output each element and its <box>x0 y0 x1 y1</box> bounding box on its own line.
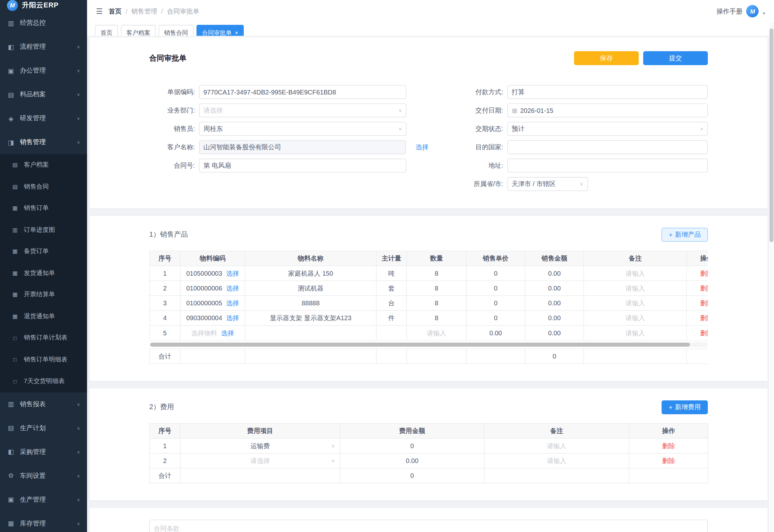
delete-row-link[interactable]: 删除 <box>700 299 708 307</box>
delivery-date-picker[interactable]: ▦ 2026-01-15 <box>507 103 708 117</box>
col-material-code: 物料编码 <box>180 251 245 266</box>
tab-customer-archives[interactable]: 客户档案 <box>121 25 156 36</box>
main-area: ☰ 首页 / 销售管理 / 合同审批单 操作手册 M ▾ 首页 客户档案 销 <box>87 0 774 532</box>
fee-item-select[interactable]: 运输费 ∨ <box>180 438 340 453</box>
sidebar-item-label: 退货通知单 <box>24 312 55 320</box>
doc-code-field[interactable] <box>199 85 406 99</box>
sidebar-sub-customer-archives[interactable]: ▤ 客户档案 <box>0 154 87 176</box>
breadcrumb-sales-mgmt[interactable]: 销售管理 <box>131 7 157 16</box>
remark-cell[interactable]: 请输入 <box>584 326 687 340</box>
remark-cell[interactable]: 请输入 <box>584 266 687 281</box>
collapse-menu-icon[interactable]: ☰ <box>96 7 103 16</box>
sidebar-item-office-mgmt[interactable]: ▣ 办公管理 ∨ <box>0 59 87 83</box>
sidebar-item-material-archives[interactable]: ▤ 料品档案 ∨ <box>0 83 87 106</box>
dest-country-field[interactable] <box>507 140 708 154</box>
sidebar-sub-7day-delivery-detail[interactable]: □ 7天交货明细表 <box>0 370 87 392</box>
total-label-cell: 合计 <box>149 349 180 364</box>
chevron-down-icon: ∨ <box>77 92 80 97</box>
sidebar-sub-invoice-settlement[interactable]: ▦ 开票结算单 <box>0 284 87 306</box>
sidebar-item-sales-mgmt[interactable]: ◨ 销售管理 ∧ <box>0 130 87 154</box>
price-cell[interactable]: 0 <box>466 281 525 296</box>
tab-home[interactable]: 首页 <box>95 25 118 36</box>
grid-icon: ▦ <box>11 205 19 212</box>
chevron-down-icon[interactable]: ▾ <box>763 11 765 15</box>
remark-cell[interactable]: 请输入 <box>584 281 687 296</box>
empty-cell <box>629 468 708 483</box>
choose-material-link[interactable]: 选择 <box>226 284 239 293</box>
choose-material-link[interactable]: 选择 <box>221 329 234 338</box>
remark-cell[interactable]: 请输入 <box>484 438 629 453</box>
price-cell[interactable]: 0 <box>466 296 525 310</box>
sidebar-item-production-plan[interactable]: ▤ 生产计划 ∨ <box>0 416 87 440</box>
fee-amount-cell[interactable]: 0 <box>340 438 484 453</box>
empty-cell <box>245 349 376 364</box>
delete-row-link[interactable]: 删除 <box>700 284 708 291</box>
fee-amount-cell[interactable]: 0.00 <box>340 453 484 468</box>
price-cell[interactable]: 0.00 <box>466 326 525 340</box>
sidebar-item-process-mgmt[interactable]: ◧ 流程管理 ∨ <box>0 35 87 59</box>
submit-button[interactable]: 提交 <box>643 51 708 65</box>
sidebar-item-dashboard[interactable]: ▥ 经营总控 <box>0 11 87 35</box>
choose-material-link[interactable]: 选择 <box>226 313 239 322</box>
qty-cell[interactable]: 8 <box>407 281 466 296</box>
choose-material-link[interactable]: 选择 <box>226 299 239 308</box>
salesman-select[interactable]: 周桂东 ∨ <box>199 122 406 136</box>
horizontal-scrollbar-thumb[interactable] <box>150 343 690 347</box>
price-cell[interactable]: 0 <box>466 266 525 281</box>
sidebar-sub-delivery-notice[interactable]: ▦ 发货通知单 <box>0 262 87 284</box>
save-button[interactable]: 保存 <box>574 51 639 65</box>
tab-contract-approval[interactable]: 合同审批单 × <box>196 25 244 36</box>
delete-row-link[interactable]: 删除 <box>700 269 708 277</box>
sidebar-sub-stock-order[interactable]: ▦ 备货订单 <box>0 241 87 262</box>
qty-cell[interactable]: 8 <box>407 296 466 310</box>
delete-row-link[interactable]: 删除 <box>700 314 708 321</box>
sidebar-sub-sales-contract[interactable]: ▤ 销售合同 <box>0 176 87 197</box>
sheet-icon: □ <box>11 378 19 384</box>
page-content: 合同审批单 保存 提交 单据编码: 业务部门: <box>87 36 774 532</box>
contract-no-field[interactable] <box>199 159 406 172</box>
dept-select[interactable]: 请选择 ∨ <box>199 103 406 117</box>
delete-row-link[interactable]: 删除 <box>662 442 675 449</box>
add-fee-label: 新增费用 <box>675 403 701 412</box>
delete-row-link[interactable]: 删除 <box>700 329 708 336</box>
sidebar-item-production-mgmt[interactable]: ▣ 生产管理 ∨ <box>0 488 87 511</box>
remark-cell[interactable]: 请输入 <box>584 310 687 325</box>
customer-label: 客户名称: <box>149 143 199 152</box>
sidebar-sub-order-progress[interactable]: ▥ 订单进度图 <box>0 219 87 241</box>
add-product-button[interactable]: + 新增产品 <box>662 228 708 241</box>
close-icon[interactable]: × <box>235 29 238 36</box>
sidebar-sub-sales-order-detail[interactable]: □ 销售订单明细表 <box>0 349 87 370</box>
delete-row-link[interactable]: 删除 <box>662 457 675 464</box>
fee-item-select[interactable]: 请选择 ∨ <box>180 453 340 468</box>
manual-link[interactable]: 操作手册 <box>717 7 742 16</box>
sidebar-sub-sales-order[interactable]: ▦ 销售订单 <box>0 197 87 219</box>
region-value: 天津市 / 市辖区 <box>511 180 556 189</box>
price-cell[interactable]: 0 <box>466 310 525 325</box>
delivery-status-select[interactable]: 预计 ∨ <box>507 122 708 136</box>
form-row: 业务部门: 请选择 ∨ <box>149 103 429 117</box>
remark-cell[interactable]: 请输入 <box>584 296 687 310</box>
remark-cell[interactable]: 请输入 <box>484 453 629 468</box>
sidebar-item-workshop-settings[interactable]: ⚙ 车间设置 ∨ <box>0 464 87 488</box>
sidebar-sub-sales-order-plan[interactable]: □ 销售订单计划表 <box>0 327 87 349</box>
region-cascader[interactable]: 天津市 / 市辖区 ∨ <box>507 177 588 191</box>
sidebar-item-purchase-mgmt[interactable]: ◧ 采购管理 ∨ <box>0 440 87 464</box>
choose-material-link[interactable]: 选择 <box>226 269 239 278</box>
vertical-scrollbar-thumb[interactable] <box>769 28 773 242</box>
add-fee-button[interactable]: + 新增费用 <box>662 400 708 414</box>
avatar[interactable]: M <box>746 5 759 17</box>
sidebar-sub-return-notice[interactable]: ▦ 退货通知单 <box>0 306 87 327</box>
qty-cell[interactable]: 请输入 <box>407 326 466 340</box>
contract-terms-input[interactable] <box>149 520 708 532</box>
tab-sales-contract[interactable]: 销售合同 <box>159 25 193 36</box>
sidebar-item-sales-report[interactable]: ▥ 销售报表 ∨ <box>0 392 87 416</box>
breadcrumb-home[interactable]: 首页 <box>109 7 122 16</box>
customer-choose-link[interactable]: 选择 <box>416 143 429 152</box>
sidebar-item-rd-mgmt[interactable]: ◈ 研发管理 ∨ <box>0 106 87 130</box>
address-field[interactable] <box>507 159 708 172</box>
payment-field[interactable] <box>507 85 708 99</box>
empty-cell <box>180 349 245 364</box>
qty-cell[interactable]: 8 <box>407 310 466 325</box>
qty-cell[interactable]: 8 <box>407 266 466 281</box>
sidebar-item-inventory-mgmt[interactable]: ▦ 库存管理 ∨ <box>0 511 87 532</box>
